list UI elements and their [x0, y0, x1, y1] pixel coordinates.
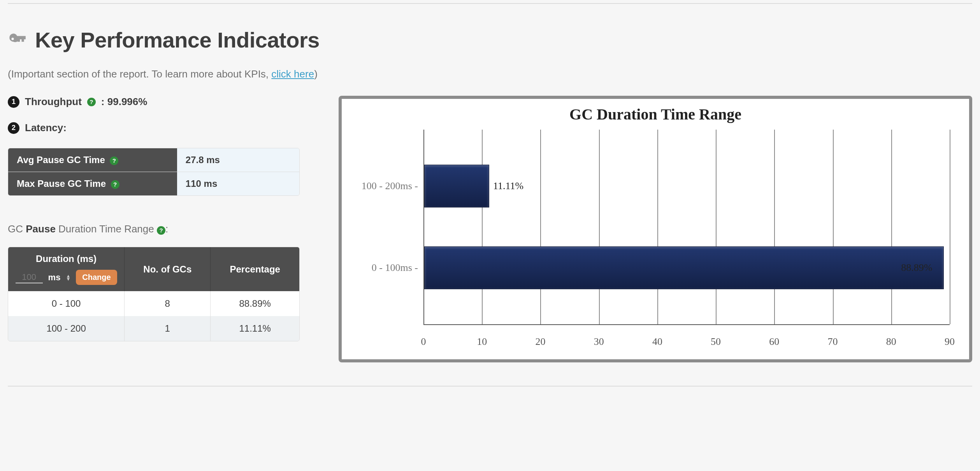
gridline	[716, 130, 717, 324]
gridline	[540, 130, 541, 324]
table-row: 100 - 200 1 11.11%	[8, 316, 299, 341]
x-axis	[423, 324, 950, 325]
latency-table: Avg Pause GC Time ? 27.8 ms Max Pause GC…	[8, 148, 300, 196]
x-tick-label: 10	[477, 336, 487, 348]
range-title: GC Pause Duration Time Range ?:	[8, 223, 315, 235]
page-title-text: Key Performance Indicators	[35, 27, 320, 53]
table-row: 0 - 100 8 88.89%	[8, 291, 299, 316]
bar-row: 11.11%	[424, 165, 489, 207]
gc-duration-chart: GC Duration Time Range 100 - 200ms -11.1…	[339, 96, 972, 362]
gridline	[599, 130, 600, 324]
kpi-throughput-label: Throughput	[25, 96, 82, 108]
ms-label: ms	[48, 272, 61, 283]
x-tick-label: 50	[711, 336, 721, 348]
section-subtitle: (Important section of the report. To lea…	[8, 68, 972, 80]
help-icon[interactable]: ?	[157, 226, 165, 235]
col-duration-header: Duration (ms) ms ▲▼ Change	[8, 247, 125, 291]
pause-duration-table: Duration (ms) ms ▲▼ Change No. of GCs Pe…	[8, 247, 300, 341]
y-tick-label: 100 - 200ms -	[362, 180, 423, 192]
gridline	[891, 130, 892, 324]
gridline	[833, 130, 834, 324]
gridline	[950, 130, 950, 324]
table-row: Avg Pause GC Time ? 27.8 ms	[8, 148, 299, 172]
latency-max-label: Max Pause GC Time ?	[8, 172, 177, 195]
kpi-throughput-value: : 99.996%	[101, 96, 148, 108]
chart-plot-area: 100 - 200ms -11.11%0 - 100ms -88.89% 010…	[423, 130, 950, 348]
x-tick-label: 40	[652, 336, 662, 348]
bar	[424, 246, 944, 289]
subtitle-pre: (Important section of the report. To lea…	[8, 68, 271, 80]
kpi-throughput-line: 1 Throughput ? : 99.996%	[8, 96, 315, 108]
bullet-2-badge: 2	[8, 122, 19, 134]
x-tick-label: 20	[535, 336, 545, 348]
x-tick-label: 30	[594, 336, 604, 348]
col-gcs-header: No. of GCs	[125, 247, 211, 291]
help-icon[interactable]: ?	[87, 98, 96, 106]
key-icon	[8, 30, 27, 50]
col-pct-header: Percentage	[211, 247, 299, 291]
x-tick-label: 60	[769, 336, 779, 348]
duration-step-input[interactable]	[16, 272, 43, 283]
bar	[424, 165, 489, 207]
help-icon[interactable]: ?	[110, 156, 118, 165]
table-row: Max Pause GC Time ? 110 ms	[8, 172, 299, 195]
bar-row: 88.89%	[424, 246, 944, 289]
gridline	[482, 130, 483, 324]
bar-value-label: 88.89%	[901, 262, 932, 274]
x-tick-label: 0	[421, 336, 426, 348]
help-icon[interactable]: ?	[111, 180, 119, 189]
kpi-latency-label: Latency:	[25, 122, 67, 134]
kpi-learn-more-link[interactable]: click here	[271, 68, 314, 80]
gridline	[774, 130, 775, 324]
latency-avg-value: 27.8 ms	[177, 148, 299, 172]
kpi-latency-line: 2 Latency:	[8, 122, 315, 134]
x-tick-label: 90	[945, 336, 955, 348]
sort-arrows-icon[interactable]: ▲▼	[66, 274, 70, 281]
y-axis	[423, 130, 424, 325]
latency-max-value: 110 ms	[177, 172, 299, 195]
page-title: Key Performance Indicators	[8, 27, 972, 53]
x-tick-label: 80	[886, 336, 896, 348]
change-button[interactable]: Change	[76, 270, 117, 285]
gridline	[657, 130, 658, 324]
bullet-1-badge: 1	[8, 96, 19, 108]
bar-value-label: 11.11%	[493, 180, 523, 192]
chart-title: GC Duration Time Range	[353, 105, 957, 123]
x-tick-label: 70	[828, 336, 838, 348]
latency-avg-label: Avg Pause GC Time ?	[8, 148, 177, 172]
divider-bottom	[8, 386, 972, 387]
subtitle-post: )	[314, 68, 318, 80]
divider-top	[8, 3, 972, 4]
y-tick-label: 0 - 100ms -	[372, 262, 423, 274]
